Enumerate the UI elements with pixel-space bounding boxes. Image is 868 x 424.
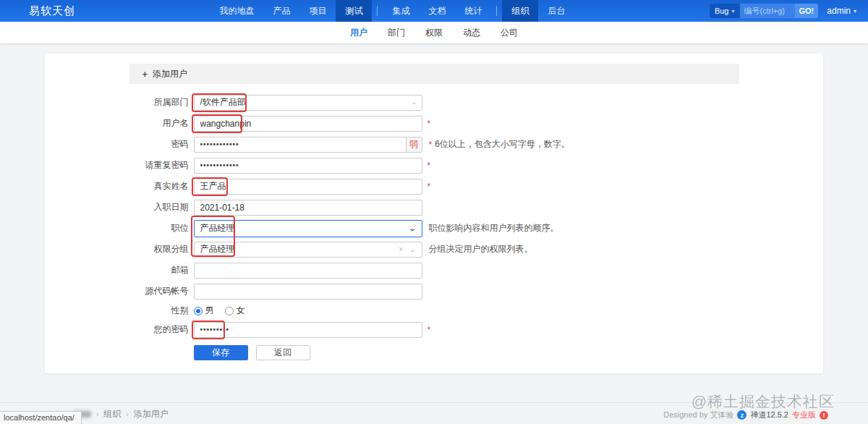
- topbar-right: Bug ▾ GO! admin ▾: [710, 4, 856, 18]
- form-row-commiter: 源代码帐号: [129, 281, 739, 302]
- browser-status-bar: localhost/zentao/qa/: [0, 411, 82, 424]
- gender-label: 性别: [129, 305, 192, 317]
- help-icon[interactable]: !: [820, 411, 828, 420]
- breadcrumb-separator: ›: [126, 410, 128, 418]
- footer-credits: Designed by 艾体验 z 禅道12.5.2 专业版 !: [663, 410, 828, 420]
- tab-user[interactable]: 用户: [350, 27, 367, 39]
- password-label: 密码: [129, 138, 192, 150]
- join-date-input[interactable]: [194, 200, 422, 216]
- department-input[interactable]: [194, 95, 422, 111]
- role-select[interactable]: 产品经理 ⌄: [194, 220, 422, 237]
- nav-admin[interactable]: 后台: [538, 0, 574, 22]
- form-row-password: 密码 弱 * 6位以上，包含大小写字母，数字。: [129, 134, 739, 155]
- gender-male-radio[interactable]: [194, 307, 203, 315]
- caret-down-icon: ▾: [854, 8, 856, 14]
- content-card: + 添加用户 所属部门 ⌄ 用户名: [45, 54, 823, 373]
- nav-doc[interactable]: 文档: [419, 0, 455, 22]
- watermark: @稀土掘金技术社区: [692, 391, 835, 412]
- password2-input[interactable]: [194, 158, 422, 174]
- required-mark: *: [427, 325, 431, 335]
- nav-divider: [496, 6, 497, 16]
- gender-female-radio[interactable]: [225, 307, 234, 315]
- password2-label: 请重复密码: [129, 159, 192, 171]
- required-mark: *: [429, 140, 433, 150]
- realname-label: 真实姓名: [129, 180, 192, 192]
- email-label: 邮箱: [129, 264, 192, 276]
- chevron-down-icon: ⌄: [408, 224, 417, 232]
- form-row-verify-password: 您的密码 *: [129, 320, 739, 339]
- form-row-join-date: 入职日期: [129, 197, 739, 218]
- go-button[interactable]: GO!: [795, 4, 819, 18]
- role-label: 职位: [129, 222, 192, 234]
- group-picker[interactable]: 产品经理 × ⌄: [194, 242, 422, 258]
- nav-my-space[interactable]: 我的地盘: [210, 0, 263, 22]
- email-input[interactable]: [194, 263, 422, 279]
- form-row-department: 所属部门 ⌄: [129, 92, 739, 113]
- realname-input[interactable]: [194, 179, 422, 195]
- edition-text[interactable]: 专业版: [792, 410, 816, 420]
- form-row-gender: 性别 男 女: [129, 302, 739, 320]
- join-date-label: 入职日期: [129, 201, 192, 213]
- form-title: 添加用户: [153, 68, 187, 80]
- required-mark: *: [427, 119, 431, 129]
- quick-search: Bug ▾ GO!: [710, 4, 818, 18]
- plus-icon: +: [142, 69, 148, 80]
- gender-female-label: 女: [237, 305, 245, 317]
- account-input[interactable]: [194, 116, 422, 132]
- breadcrumb-separator: ›: [96, 410, 98, 418]
- nav-integration[interactable]: 集成: [383, 0, 419, 22]
- search-module-button[interactable]: Bug ▾: [710, 4, 740, 18]
- tab-department[interactable]: 部门: [388, 27, 405, 39]
- nav-product[interactable]: 产品: [263, 0, 299, 22]
- zentao-logo-icon: z: [737, 410, 746, 420]
- nav-project[interactable]: 项目: [299, 0, 336, 22]
- search-input[interactable]: [740, 4, 795, 18]
- verify-password-input[interactable]: [194, 322, 422, 338]
- caret-down-icon: ▾: [731, 8, 734, 14]
- form-row-account: 用户名 *: [129, 113, 739, 134]
- form-row-realname: 真实姓名 *: [129, 176, 739, 197]
- save-button[interactable]: 保存: [194, 345, 248, 360]
- nav-stats[interactable]: 统计: [455, 0, 491, 22]
- back-button[interactable]: 返回: [256, 345, 310, 360]
- nav-test[interactable]: 测试: [336, 0, 372, 22]
- form-rows: 所属部门 ⌄ 用户名 *: [129, 84, 739, 362]
- clear-icon[interactable]: ×: [399, 245, 403, 253]
- tab-company[interactable]: 公司: [501, 27, 518, 39]
- breadcrumb-organization[interactable]: 组织: [103, 408, 121, 420]
- nav-divider: [377, 6, 378, 16]
- password-strength-badge[interactable]: 弱: [406, 137, 422, 152]
- search-module-label: Bug: [715, 7, 729, 15]
- role-hint: 职位影响内容和用户列表的顺序。: [429, 222, 559, 234]
- sub-navbar: 用户 部门 权限 动态 公司: [0, 22, 868, 43]
- chevron-down-icon: ⌄: [409, 245, 415, 253]
- version-text[interactable]: 禅道12.5.2: [750, 410, 788, 420]
- department-label: 所属部门: [129, 96, 192, 109]
- password-hint: 6位以上，包含大小写字母，数字。: [435, 138, 570, 150]
- account-label: 用户名: [129, 117, 192, 130]
- app-logo: 易软天创: [29, 4, 75, 18]
- role-selected-value: 产品经理: [200, 222, 235, 234]
- breadcrumb-add-user[interactable]: 添加用户: [134, 408, 169, 420]
- add-user-form: + 添加用户 所属部门 ⌄ 用户名: [129, 64, 739, 362]
- main-nav: 我的地盘 产品 项目 测试 集成 文档 统计 组织 后台: [210, 0, 574, 22]
- user-menu[interactable]: admin ▾: [827, 6, 856, 16]
- form-row-email: 邮箱: [129, 260, 739, 281]
- breadcrumb: › 组织 › 添加用户: [72, 408, 169, 420]
- commiter-input[interactable]: [194, 284, 422, 300]
- top-navbar: 易软天创 我的地盘 产品 项目 测试 集成 文档 统计 组织 后台 Bug ▾ …: [0, 0, 868, 22]
- tab-dynamic[interactable]: 动态: [463, 27, 480, 39]
- group-label: 权限分组: [129, 243, 192, 255]
- user-name: admin: [827, 6, 851, 16]
- nav-organization[interactable]: 组织: [502, 0, 538, 22]
- designed-by-text[interactable]: Designed by 艾体验: [663, 410, 733, 420]
- tab-privilege[interactable]: 权限: [425, 27, 443, 39]
- form-row-role: 职位 产品经理 ⌄ 职位影响内容和用户列表的顺序。: [129, 218, 739, 239]
- form-actions: 保存 返回: [129, 343, 739, 362]
- password-input[interactable]: [194, 137, 422, 153]
- zentao-app: 易软天创 我的地盘 产品 项目 测试 集成 文档 统计 组织 后台 Bug ▾ …: [0, 0, 868, 424]
- required-mark: *: [427, 161, 431, 171]
- gender-male-label: 男: [205, 305, 214, 317]
- form-row-password2: 请重复密码 *: [129, 155, 739, 176]
- main-content: + 添加用户 所属部门 ⌄ 用户名: [0, 43, 868, 402]
